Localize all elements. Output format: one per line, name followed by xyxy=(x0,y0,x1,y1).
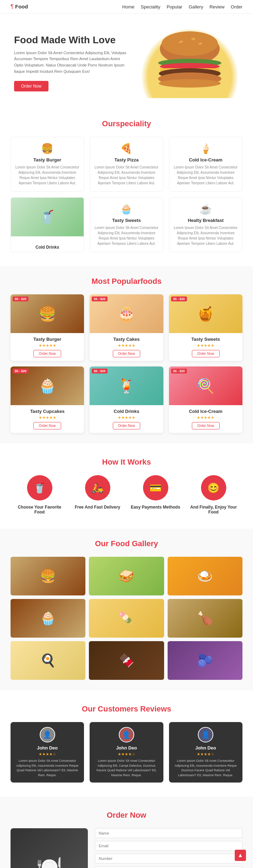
hero-text-block: Food Made With Love Lorem Ipsum Dolor Si… xyxy=(14,34,126,91)
navbar: ¶ Food HomeSpecialityPopularGalleryRevie… xyxy=(0,0,253,14)
review-text-2: Lorem Ipsum Dolor Sit Amet Consectetur A… xyxy=(95,759,158,778)
pop-body-cake: Tasty Cakes ★★★★★ Order Now xyxy=(90,333,163,361)
order-form: Order Now xyxy=(95,828,242,868)
order-inner: 🍽️ Order Now xyxy=(11,828,242,868)
how-title-plain: How It xyxy=(102,458,128,466)
gallery-item-9: 🫐 xyxy=(168,641,242,680)
pop-name-cake: Tasty Cakes xyxy=(93,337,160,342)
nav-link-gallery[interactable]: Gallery xyxy=(189,4,203,9)
pop-stars-cake: ★★★★★ xyxy=(93,343,160,348)
pop-card-drinks: $5 - $20 🍹 Cold Drinks ★★★★★ Order Now xyxy=(90,366,163,433)
how-icon-delivery: 🛵 xyxy=(85,475,110,500)
review-text-1: Lorem Ipsum Dolor Sit Amet Consectetur A… xyxy=(15,759,79,778)
review-stars-1: ★★★★☆ xyxy=(15,752,79,757)
pop-name-drinks: Cold Drinks xyxy=(93,409,160,414)
pop-body-cupcake: Tasty Cupcakes ★★★★★ Order Now xyxy=(11,405,84,433)
spec-desc-burger: Lorem Ipsum Dolor Sit Amet Consectetur A… xyxy=(15,165,79,186)
gallery-item-3: 🍛 xyxy=(168,557,242,595)
reviews-title: Our Customers Reviews xyxy=(11,704,242,714)
spec-desc-pizza: Lorem Ipsum Dolor Sit Amet Consectetur A… xyxy=(94,165,158,186)
pop-stars-burger: ★★★★★ xyxy=(14,343,80,348)
review-avatar-3: 👤 xyxy=(198,727,213,742)
nav-link-home[interactable]: Home xyxy=(122,4,135,9)
how-title-accent: Works xyxy=(128,458,151,466)
scroll-top-button[interactable]: ▲ xyxy=(235,850,246,861)
order-email-input[interactable] xyxy=(95,841,242,851)
spec-desc-icecream: Lorem Ipsum Dolor Sit Amet Consectetur A… xyxy=(174,165,238,186)
reviews-title-accent: Reviews xyxy=(140,704,171,713)
pop-body-burger: Tasty Burger ★★★★★ Order Now xyxy=(11,333,84,361)
how-icon-choose: 🥤 xyxy=(27,475,52,500)
spec-icon-sweets: 🧁 xyxy=(94,203,158,215)
how-section: How It Works 🥤 Choose Your Favorite Food… xyxy=(0,443,253,529)
reviews-grid: 👤 John Deo ★★★★☆ Lorem Ipsum Dolor Sit A… xyxy=(11,722,242,783)
pop-stars-sweets: ★★★★★ xyxy=(173,343,239,348)
popular-title-plain: Most xyxy=(91,277,111,286)
pop-stars-drinks: ★★★★★ xyxy=(93,415,160,420)
hero-cta-button[interactable]: Order Now xyxy=(14,81,48,91)
spec-icon-icecream: 🍦 xyxy=(174,143,238,154)
pop-price-drinks: $5 - $20 xyxy=(92,369,108,374)
how-icon-payment: 💳 xyxy=(143,475,168,500)
popular-title-accent: Popular xyxy=(112,277,141,286)
svg-point-1 xyxy=(162,31,218,56)
spec-card-sweets: 🧁 Tasty Sweets Lorem Ipsum Dolor Sit Ame… xyxy=(90,197,163,252)
reviews-section: Our Customers Reviews 👤 John Deo ★★★★☆ L… xyxy=(0,690,253,797)
speciality-grid: 🍔 Tasty Burger Lorem Ipsum Dolor Sit Ame… xyxy=(11,137,242,252)
gallery-item-5: 🍡 xyxy=(89,599,164,638)
how-step-delivery: 🛵 Free And Fast Delivery xyxy=(71,475,124,515)
svg-point-10 xyxy=(159,79,221,88)
how-step-choose: 🥤 Choose Your Favorite Food xyxy=(13,475,66,515)
speciality-title-plain: Our xyxy=(102,119,116,128)
pop-order-burger[interactable]: Order Now xyxy=(33,350,61,357)
pop-order-sweets[interactable]: Order Now xyxy=(192,350,219,357)
pop-order-cupcake[interactable]: Order Now xyxy=(33,422,61,429)
order-number-input[interactable] xyxy=(95,854,242,863)
pop-body-icecream: Cold Ice-Cream ★★★★★ Order Now xyxy=(169,405,242,433)
pop-stars-icecream: ★★★★★ xyxy=(173,415,239,420)
pop-name-cupcake: Tasty Cupcakes xyxy=(14,409,80,414)
pop-order-cake[interactable]: Order Now xyxy=(113,350,140,357)
pop-card-cupcake: $5 - $20 🧁 Tasty Cupcakes ★★★★★ Order No… xyxy=(11,366,84,433)
how-grid: 🥤 Choose Your Favorite Food 🛵 Free And F… xyxy=(11,475,242,515)
how-step-payment: 💳 Easy Payments Methods xyxy=(129,475,182,515)
spec-card-icecream: 🍦 Cold Ice-Cream Lorem Ipsum Dolor Sit A… xyxy=(169,137,242,192)
order-title-plain: Order xyxy=(107,811,130,819)
how-title: How It Works xyxy=(11,458,242,467)
spec-name-icecream: Cold Ice-Cream xyxy=(174,157,238,162)
popular-title-plain2: foods xyxy=(141,277,162,286)
pop-price-icecream: $5 - $20 xyxy=(171,369,187,374)
order-section: Order Now 🍽️ Order Now xyxy=(0,797,253,868)
nav-link-speciality[interactable]: Speciality xyxy=(141,4,161,9)
gallery-section: Our Food Gallery 🍔 🥪 🍛 🧁 🍡 🍗 🍳 🍫 🫐 xyxy=(0,529,253,690)
review-avatar-2: 👤 xyxy=(119,727,134,742)
order-name-input[interactable] xyxy=(95,828,242,838)
review-stars-2: ★★★★☆ xyxy=(95,752,158,757)
review-card-2: 👤 John Deo ★★★★☆ Lorem Ipsum Dolor Sit A… xyxy=(90,722,163,783)
nav-link-popular[interactable]: Popular xyxy=(167,4,182,9)
speciality-title-accent: speciality xyxy=(116,119,151,128)
review-card-1: 👤 John Deo ★★★★☆ Lorem Ipsum Dolor Sit A… xyxy=(11,722,84,783)
popular-title: Most Popularfoods xyxy=(11,277,242,286)
order-image: 🍽️ xyxy=(11,828,88,868)
spec-desc-sweets: Lorem Ipsum Dolor Sit Amet Consectetur A… xyxy=(94,225,158,246)
nav-link-review[interactable]: Review xyxy=(209,4,225,9)
pop-order-drinks[interactable]: Order Now xyxy=(113,422,140,429)
pop-order-icecream[interactable]: Order Now xyxy=(192,422,219,429)
pop-price-cake: $5 - $20 xyxy=(92,296,108,301)
spec-overlay-colddrinks: Cold Drinks xyxy=(11,243,84,252)
hero-section: Food Made With Love Lorem Ipsum Dolor Si… xyxy=(0,14,253,105)
gallery-item-6: 🍗 xyxy=(168,599,242,638)
pop-price-cupcake: $5 - $20 xyxy=(13,369,28,374)
review-avatar-1: 👤 xyxy=(40,727,55,742)
gallery-title-plain: Our Food xyxy=(95,539,132,548)
spec-icon-burger: 🍔 xyxy=(15,143,79,154)
nav-link-order[interactable]: Order xyxy=(231,4,242,9)
pop-price-sweets: $5 - $20 xyxy=(171,296,187,301)
spec-name-pizza: Tasty Pizza xyxy=(94,157,158,162)
gallery-item-4: 🧁 xyxy=(11,599,85,638)
order-email2-input[interactable] xyxy=(95,866,242,868)
pop-card-icecream: $5 - $20 🍭 Cold Ice-Cream ★★★★★ Order No… xyxy=(169,366,242,433)
how-label-enjoy: And Finally, Enjoy Your Food xyxy=(187,505,240,515)
order-title-accent: Now xyxy=(130,811,146,819)
